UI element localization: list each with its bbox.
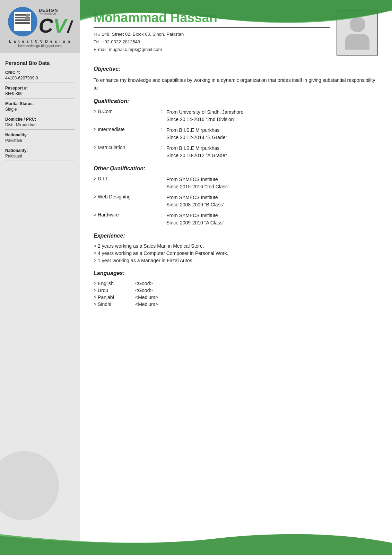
personal-bio-title: Personal Bio Data	[5, 60, 75, 66]
lang-sindhi: > Sindhi	[94, 301, 135, 307]
cnic-field: CNIC #: 44103-6207999-9	[5, 70, 75, 80]
experience-heading: Experience:	[94, 233, 378, 239]
lang-english: > English	[94, 281, 135, 286]
other-qual-detail-dit: From SYMECS Institute Since 2015-2016 “2…	[166, 176, 229, 190]
cnic-value: 44103-6207999-9	[5, 76, 75, 80]
marital-field: Marital Status: Single	[5, 101, 75, 112]
nationality-value-2: Pakistani	[5, 154, 75, 159]
sidebar-watermark	[0, 451, 59, 520]
lang-row-panjabi: > Panjabi <Medium>	[94, 294, 378, 300]
contact-info: H # 148, Street 02, Block 03, Sindh, Pak…	[94, 31, 330, 53]
domicile-label: Domicile / PRC:	[5, 117, 75, 122]
marital-label: Marital Status:	[5, 101, 75, 106]
design-label: DESIGN	[39, 8, 58, 12]
main-content: Mohammad Hassan H # 148, Street 02, Bloc…	[80, 0, 392, 555]
qualification-heading: Qualification:	[94, 98, 378, 104]
other-qual-detail-web: From SYMECS Institute Since 2008-2009 “B…	[166, 194, 224, 208]
qual-row-bcom: > B.Com : From University of Sindh, Jams…	[94, 109, 378, 123]
lang-urdu: > Urdu	[94, 288, 135, 293]
other-qual-colon-dit: :	[156, 176, 166, 181]
lang-row-sindhi: > Sindhi <Medium>	[94, 301, 378, 307]
nationality-value-1: Pakistani	[5, 138, 75, 143]
qual-colon-intermediate: :	[156, 127, 166, 132]
marital-value: Single	[5, 107, 75, 112]
objective-heading: Objective:	[94, 66, 378, 72]
other-qual-heading: Other Qualification:	[94, 165, 378, 172]
sidebar-personal-bio: Personal Bio Data CNIC #: 44103-6207999-…	[0, 53, 80, 171]
other-qual-row-dit: > D.I.T : From SYMECS Institute Since 20…	[94, 176, 378, 190]
name-contact: Mohammad Hassan H # 148, Street 02, Bloc…	[94, 10, 330, 53]
domicile-field: Domicile / PRC: Distt: Mirpurkhas	[5, 117, 75, 127]
qual-colon-matric: :	[156, 145, 166, 150]
other-qual-colon-web: :	[156, 194, 166, 199]
languages-heading: Languages:	[94, 270, 378, 276]
objective-text: To enhance my knowledge and capabilities…	[94, 76, 378, 92]
lang-sindhi-level: <Medium>	[135, 301, 158, 307]
passport-label: Passport #:	[5, 86, 75, 91]
qual-degree-bcom: > B.Com	[94, 109, 156, 114]
header-section: Mohammad Hassan H # 148, Street 02, Bloc…	[94, 10, 378, 59]
objective-section: Objective: To enhance my knowledge and c…	[94, 66, 378, 92]
qual-row-matric: > Matriculation : From B.I.S.E Mirpurkha…	[94, 145, 378, 159]
qual-degree-intermediate: > Intermediate	[94, 127, 156, 132]
website: latestcvdesign.blogspot.com	[3, 44, 76, 48]
sidebar: DESIGN Professional C V / L a t e s t C …	[0, 0, 80, 555]
other-qual-degree-dit: > D.I.T	[94, 176, 156, 181]
nationality-label-2: Nationality:	[5, 148, 75, 153]
lang-english-level: <Good>	[135, 281, 153, 286]
exp-item-1: > 2 years working as a Sales Man in Medi…	[94, 243, 378, 249]
tagline: L a t e s t C V D e s i g n	[3, 39, 76, 43]
nationality-field-2: Nationality: Pakistani	[5, 148, 75, 159]
photo-body	[345, 34, 369, 50]
nationality-field-1: Nationality: Pakistani	[5, 133, 75, 143]
other-qual-colon-hardware: :	[156, 212, 166, 217]
photo-head	[350, 17, 365, 32]
other-qual-detail-hardware: From SYMECS Institute Since 2009-2010 “A…	[166, 212, 224, 227]
lang-row-english: > English <Good>	[94, 281, 378, 286]
qual-colon-bcom: :	[156, 109, 166, 114]
lang-panjabi-level: <Medium>	[135, 294, 158, 300]
passport-field: Passport #: BH45869	[5, 86, 75, 96]
qual-detail-intermediate: From B.I.S.E Mirpurkhas Since 20 12-2014…	[166, 127, 227, 141]
tel: Tel: +92-0332-2812548	[94, 38, 330, 46]
qual-detail-bcom: From University of Sindh, Jamshoro Since…	[166, 109, 244, 123]
exp-item-2: > 4 years working as a Computer Composer…	[94, 250, 378, 256]
passport-value: BH45869	[5, 91, 75, 96]
logo-area: DESIGN Professional C V / L a t e s t C …	[0, 0, 80, 53]
other-qual-degree-hardware: > Hardware	[94, 212, 156, 217]
other-qual-degree-web: > Web Designing	[94, 194, 156, 199]
cnic-label: CNIC #:	[5, 70, 75, 75]
exp-item-3: > 1 year working as a Manager in Fazal A…	[94, 258, 378, 263]
address: H # 148, Street 02, Block 03, Sindh, Pak…	[94, 31, 330, 38]
email: E-mail: mughal.c.mpk@gmail.com	[94, 46, 330, 53]
candidate-name: Mohammad Hassan	[94, 10, 330, 28]
languages-section: Languages: > English <Good> > Urdu <Good…	[94, 270, 378, 307]
qualification-section: Qualification: > B.Com : From University…	[94, 98, 378, 159]
qual-degree-matric: > Matriculation	[94, 145, 156, 150]
lang-panjabi: > Panjabi	[94, 294, 135, 300]
qual-row-intermediate: > Intermediate : From B.I.S.E Mirpurkhas…	[94, 127, 378, 141]
domicile-value: Distt: Mirpurkhas	[5, 122, 75, 127]
nationality-label-1: Nationality:	[5, 133, 75, 137]
photo-box	[337, 10, 378, 56]
other-qual-row-hardware: > Hardware : From SYMECS Institute Since…	[94, 212, 378, 227]
lang-row-urdu: > Urdu <Good>	[94, 288, 378, 293]
qual-detail-matric: From B.I.S.E Mirpurkhas Since 20 10-2012…	[166, 145, 227, 159]
experience-section: Experience: > 2 years working as a Sales…	[94, 233, 378, 263]
other-qual-row-web: > Web Designing : From SYMECS Institute …	[94, 194, 378, 208]
lang-urdu-level: <Good>	[135, 288, 153, 293]
other-qualification-section: Other Qualification: > D.I.T : From SYME…	[94, 165, 378, 227]
